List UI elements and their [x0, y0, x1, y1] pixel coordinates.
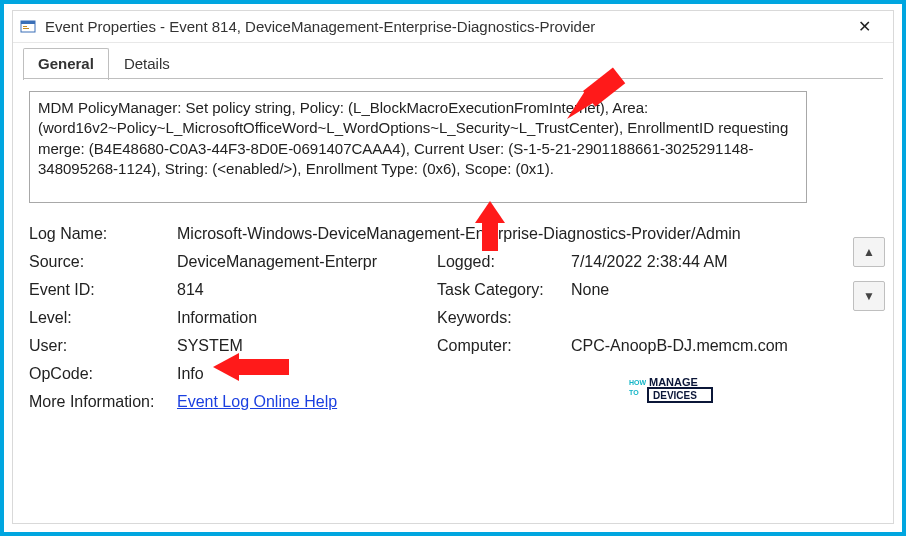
value-source: DeviceManagement-Enterpr [177, 253, 437, 271]
value-computer: CPC-AnoopB-DJ.memcm.com [571, 337, 831, 355]
svg-rect-2 [23, 26, 27, 27]
label-computer: Computer: [437, 337, 571, 355]
label-log-name: Log Name: [29, 225, 177, 243]
value-log-name: Microsoft-Windows-DeviceManagement-Enter… [177, 225, 831, 243]
close-button[interactable]: ✕ [841, 11, 887, 43]
value-logged: 7/14/2022 2:38:44 AM [571, 253, 831, 271]
event-description-textbox[interactable]: MDM PolicyManager: Set policy string, Po… [29, 91, 807, 203]
value-task-category: None [571, 281, 831, 299]
tab-general-label: General [38, 55, 94, 72]
label-more-information: More Information: [29, 393, 177, 411]
value-keywords [571, 309, 831, 327]
prev-event-button[interactable]: ▲ [853, 237, 885, 267]
label-logged: Logged: [437, 253, 571, 271]
arrow-up-icon: ▲ [863, 245, 875, 259]
label-opcode: OpCode: [29, 365, 177, 383]
window-title: Event Properties - Event 814, DeviceMana… [45, 18, 841, 35]
label-keywords: Keywords: [437, 309, 571, 327]
value-user: SYSTEM [177, 337, 437, 355]
tab-strip: General Details [13, 43, 893, 79]
tab-general[interactable]: General [23, 48, 109, 80]
tab-content-general: MDM PolicyManager: Set policy string, Po… [13, 79, 893, 423]
label-task-category: Task Category: [437, 281, 571, 299]
label-event-id: Event ID: [29, 281, 177, 299]
value-opcode: Info [177, 365, 437, 383]
close-icon: ✕ [858, 17, 871, 36]
label-source: Source: [29, 253, 177, 271]
next-event-button[interactable]: ▼ [853, 281, 885, 311]
record-nav: ▲ ▼ [853, 237, 885, 311]
arrow-down-icon: ▼ [863, 289, 875, 303]
tab-details-label: Details [124, 55, 170, 72]
event-log-online-help-link[interactable]: Event Log Online Help [177, 393, 337, 410]
value-event-id: 814 [177, 281, 437, 299]
screenshot-frame: Event Properties - Event 814, DeviceMana… [0, 0, 906, 536]
label-level: Level: [29, 309, 177, 327]
tab-details[interactable]: Details [109, 48, 185, 80]
svg-rect-1 [21, 21, 35, 24]
app-icon [19, 18, 37, 36]
label-user: User: [29, 337, 177, 355]
svg-rect-3 [23, 28, 29, 29]
event-fields-grid: Log Name: Microsoft-Windows-DeviceManage… [29, 225, 877, 411]
titlebar: Event Properties - Event 814, DeviceMana… [13, 11, 893, 43]
value-level: Information [177, 309, 437, 327]
event-properties-window: Event Properties - Event 814, DeviceMana… [12, 10, 894, 524]
